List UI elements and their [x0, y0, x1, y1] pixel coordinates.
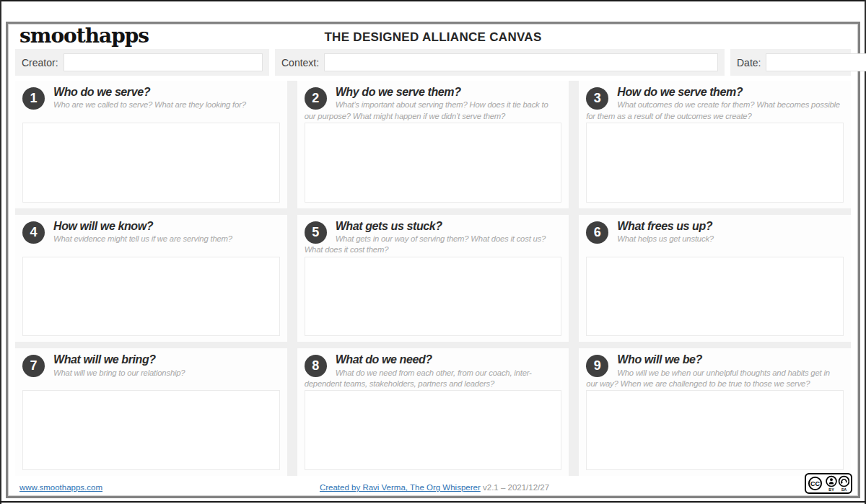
- section-subtitle: What helps us get unstuck?: [586, 234, 844, 244]
- section-number-badge: 6: [586, 221, 608, 244]
- context-input[interactable]: [324, 53, 718, 71]
- context-field: Context:: [275, 49, 725, 76]
- section-panel-8: 8 What do we need? What do we need from …: [297, 348, 569, 476]
- section-2-notes-input[interactable]: [305, 123, 562, 203]
- section-head: 2 Why do we serve them? What’s important…: [297, 81, 569, 122]
- section-6-notes-input[interactable]: [586, 257, 844, 337]
- section-head: 7 What will we bring? What will we bring…: [15, 348, 287, 384]
- section-subtitle: What gets in our way of serving them? Wh…: [305, 234, 562, 256]
- cc-by-sa-icon: CC BY SA: [808, 475, 849, 492]
- section-head: 6 What frees us up? What helps us get un…: [579, 215, 851, 251]
- credit-author-link[interactable]: Created by Ravi Verma, The Org Whisperer: [320, 483, 481, 492]
- section-number-badge: 1: [22, 87, 45, 110]
- section-panel-2: 2 Why do we serve them? What’s important…: [297, 81, 569, 208]
- date-label: Date:: [737, 57, 761, 68]
- section-panel-6: 6 What frees us up? What helps us get un…: [579, 215, 851, 342]
- section-3-notes-input[interactable]: [586, 123, 844, 203]
- smoothapps-site-link[interactable]: www.smoothapps.com: [19, 483, 102, 492]
- section-title: What gets us stuck?: [305, 220, 562, 233]
- section-subtitle: What’s important about serving them? How…: [305, 100, 562, 122]
- canvas-frame: smoothapps THE DESIGNED ALLIANCE CANVAS …: [6, 22, 860, 498]
- section-panel-3: 3 How do we serve them? What outcomes do…: [579, 81, 851, 208]
- canvas-footer: www.smoothapps.com Created by Ravi Verma…: [15, 477, 854, 495]
- section-title: What frees us up?: [586, 220, 844, 233]
- section-title: What do we need?: [305, 353, 562, 366]
- section-subtitle: What evidence might tell us if we are se…: [22, 234, 280, 244]
- section-number-badge: 2: [305, 87, 327, 110]
- section-1-notes-input[interactable]: [22, 123, 280, 203]
- section-panel-9: 9 Who will we be? Who will we be when ou…: [579, 348, 851, 476]
- section-panel-1: 1 Who do we serve? Who are we called to …: [15, 81, 287, 208]
- section-title: Why do we serve them?: [305, 86, 562, 99]
- svg-text:SA: SA: [841, 487, 847, 492]
- section-head: 1 Who do we serve? Who are we called to …: [15, 81, 287, 117]
- sections-grid: 1 Who do we serve? Who are we called to …: [15, 81, 851, 476]
- meta-fields-row: Creator: Context: Date:: [15, 49, 851, 76]
- section-number-badge: 5: [305, 221, 327, 244]
- screenshot-viewport: smoothapps THE DESIGNED ALLIANCE CANVAS …: [0, 0, 866, 504]
- cc-by-icon: BY: [826, 477, 836, 492]
- section-panel-5: 5 What gets us stuck? What gets in our w…: [297, 215, 569, 342]
- window-edge-bottom: [0, 501, 866, 503]
- section-head: 5 What gets us stuck? What gets in our w…: [297, 215, 569, 256]
- version-text: v2.1 – 2021/12/27: [481, 483, 549, 492]
- section-panel-4: 4 How will we know? What evidence might …: [15, 215, 287, 342]
- section-title: How will we know?: [22, 220, 280, 233]
- section-title: How do we serve them?: [586, 86, 844, 99]
- page-title: THE DESIGNED ALLIANCE CANVAS: [8, 30, 858, 45]
- section-7-notes-input[interactable]: [22, 390, 280, 470]
- creator-field: Creator:: [15, 49, 269, 76]
- credit-line: Created by Ravi Verma, The Org Whisperer…: [320, 483, 549, 492]
- window-edge-top: [0, 0, 866, 1]
- section-9-notes-input[interactable]: [586, 390, 844, 470]
- date-field: Date:: [730, 49, 851, 76]
- window-edge-left: [0, 0, 1, 504]
- section-subtitle: Who are we called to serve? What are the…: [22, 100, 280, 110]
- section-8-notes-input[interactable]: [305, 390, 562, 470]
- section-number-badge: 4: [22, 221, 45, 244]
- section-title: Who will we be?: [586, 353, 844, 366]
- section-5-notes-input[interactable]: [305, 257, 562, 337]
- section-subtitle: What will we bring to our relationship?: [22, 368, 280, 379]
- creator-input[interactable]: [64, 53, 263, 71]
- cc-icon: CC: [809, 477, 821, 490]
- section-subtitle: What do we need from each other, from ou…: [305, 368, 562, 390]
- section-number-badge: 8: [305, 355, 327, 377]
- svg-text:BY: BY: [828, 487, 834, 492]
- section-head: 9 Who will we be? Who will we be when ou…: [579, 348, 851, 389]
- section-4-notes-input[interactable]: [22, 257, 280, 337]
- date-input[interactable]: [766, 53, 866, 71]
- section-head: 8 What do we need? What do we need from …: [297, 348, 569, 389]
- context-label: Context:: [281, 57, 319, 68]
- cc-sa-icon: SA: [839, 477, 849, 492]
- svg-text:CC: CC: [810, 480, 820, 487]
- section-subtitle: Who will we be when our unhelpful though…: [586, 368, 844, 390]
- creator-label: Creator:: [22, 57, 58, 68]
- section-title: Who do we serve?: [22, 86, 280, 99]
- section-subtitle: What outcomes do we create for them? Wha…: [586, 100, 844, 122]
- section-head: 3 How do we serve them? What outcomes do…: [579, 81, 851, 122]
- section-head: 4 How will we know? What evidence might …: [15, 215, 287, 251]
- section-title: What will we bring?: [22, 353, 280, 366]
- cc-license-badge[interactable]: CC BY SA: [805, 473, 852, 494]
- section-panel-7: 7 What will we bring? What will we bring…: [15, 348, 287, 476]
